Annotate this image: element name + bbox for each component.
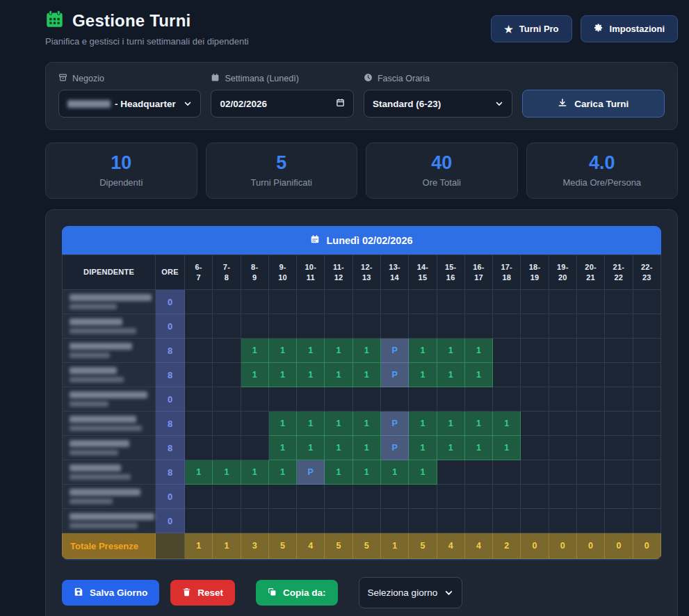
slot-cell-11-12[interactable]: 1 — [325, 460, 352, 485]
slot-cell-6-7[interactable] — [185, 363, 213, 387]
slot-cell-21-22[interactable] — [605, 290, 633, 314]
slot-cell-11-12[interactable]: 1 — [325, 412, 352, 436]
slot-cell-10-11[interactable] — [297, 314, 325, 339]
slot-cell-7-8[interactable] — [213, 339, 241, 363]
slot-cell-15-16[interactable] — [437, 509, 464, 533]
slot-cell-17-18[interactable] — [493, 485, 521, 509]
slot-cell-18-19[interactable] — [521, 412, 549, 436]
slot-cell-17-18[interactable] — [493, 363, 521, 387]
slot-cell-12-13[interactable] — [352, 387, 380, 412]
slot-cell-22-23[interactable] — [633, 436, 661, 460]
slot-cell-17-18[interactable] — [493, 339, 521, 363]
slot-cell-22-23[interactable] — [633, 460, 661, 485]
slot-cell-14-15[interactable]: 1 — [409, 363, 437, 387]
slot-cell-21-22[interactable] — [605, 436, 633, 460]
slot-cell-14-15[interactable]: 1 — [409, 436, 437, 460]
slot-cell-17-18[interactable] — [493, 314, 521, 339]
slot-cell-15-16[interactable] — [437, 314, 464, 339]
slot-cell-18-19[interactable] — [521, 339, 549, 363]
slot-cell-22-23[interactable] — [633, 387, 661, 412]
slot-cell-8-9[interactable]: 1 — [241, 363, 268, 387]
slot-cell-14-15[interactable]: 1 — [409, 412, 437, 436]
slot-cell-16-17[interactable] — [464, 460, 492, 485]
carica-turni-button[interactable]: Carica Turni — [522, 90, 665, 117]
slot-cell-20-21[interactable] — [576, 460, 604, 485]
slot-cell-17-18[interactable] — [493, 387, 521, 412]
slot-cell-8-9[interactable] — [241, 485, 268, 509]
slot-cell-8-9[interactable]: 1 — [241, 460, 268, 485]
slot-cell-13-14[interactable] — [380, 290, 408, 314]
slot-cell-21-22[interactable] — [605, 460, 633, 485]
slot-cell-6-7[interactable] — [185, 509, 213, 533]
slot-cell-7-8[interactable] — [213, 387, 241, 412]
slot-cell-12-13[interactable] — [352, 485, 380, 509]
slot-cell-18-19[interactable] — [521, 485, 549, 509]
slot-cell-12-13[interactable]: 1 — [352, 339, 380, 363]
slot-cell-20-21[interactable] — [576, 290, 604, 314]
slot-cell-12-13[interactable]: 1 — [352, 363, 380, 387]
slot-cell-21-22[interactable] — [605, 363, 633, 387]
slot-cell-11-12[interactable] — [325, 485, 352, 509]
slot-cell-19-20[interactable] — [549, 412, 576, 436]
slot-cell-22-23[interactable] — [633, 485, 661, 509]
date-picker-icon[interactable] — [336, 98, 345, 109]
slot-cell-20-21[interactable] — [576, 412, 604, 436]
slot-cell-17-18[interactable]: 1 — [493, 436, 521, 460]
slot-cell-15-16[interactable] — [437, 460, 464, 485]
slot-cell-19-20[interactable] — [549, 339, 576, 363]
slot-cell-8-9[interactable] — [241, 387, 268, 412]
slot-cell-21-22[interactable] — [605, 485, 633, 509]
slot-cell-10-11[interactable] — [297, 485, 325, 509]
slot-cell-13-14[interactable] — [380, 485, 408, 509]
slot-cell-17-18[interactable] — [493, 460, 521, 485]
fascia-select[interactable]: Standard (6-23) — [364, 90, 512, 117]
slot-cell-10-11[interactable] — [297, 509, 325, 533]
slot-cell-6-7[interactable] — [185, 412, 213, 436]
slot-cell-19-20[interactable] — [549, 509, 576, 533]
slot-cell-15-16[interactable]: 1 — [437, 339, 464, 363]
slot-cell-22-23[interactable] — [633, 412, 661, 436]
slot-cell-13-14[interactable] — [380, 387, 408, 412]
slot-cell-7-8[interactable] — [213, 485, 241, 509]
slot-cell-22-23[interactable] — [633, 509, 661, 533]
slot-cell-6-7[interactable]: 1 — [185, 460, 213, 485]
slot-cell-9-10[interactable] — [268, 387, 296, 412]
slot-cell-11-12[interactable] — [325, 290, 352, 314]
slot-cell-12-13[interactable]: 1 — [352, 460, 380, 485]
slot-cell-6-7[interactable] — [185, 314, 213, 339]
impostazioni-button[interactable]: Impostazioni — [581, 15, 678, 42]
slot-cell-10-11[interactable]: 1 — [297, 339, 325, 363]
slot-cell-9-10[interactable] — [268, 509, 296, 533]
slot-cell-6-7[interactable] — [185, 290, 213, 314]
reset-button[interactable]: Reset — [170, 580, 235, 606]
slot-cell-14-15[interactable] — [409, 509, 437, 533]
slot-cell-13-14[interactable] — [380, 509, 408, 533]
slot-cell-16-17[interactable]: 1 — [464, 363, 492, 387]
slot-cell-18-19[interactable] — [521, 387, 549, 412]
week-date-input[interactable]: 02/02/2026 — [211, 90, 353, 117]
slot-cell-18-19[interactable] — [521, 509, 549, 533]
slot-cell-8-9[interactable] — [241, 412, 268, 436]
slot-cell-9-10[interactable] — [268, 290, 296, 314]
slot-cell-16-17[interactable] — [464, 314, 492, 339]
slot-cell-10-11[interactable]: P — [297, 460, 325, 485]
slot-cell-21-22[interactable] — [605, 387, 633, 412]
slot-cell-16-17[interactable] — [464, 387, 492, 412]
slot-cell-19-20[interactable] — [549, 460, 576, 485]
slot-cell-9-10[interactable]: 1 — [268, 412, 296, 436]
slot-cell-21-22[interactable] — [605, 412, 633, 436]
slot-cell-9-10[interactable] — [268, 485, 296, 509]
slot-cell-8-9[interactable] — [241, 436, 268, 460]
slot-cell-19-20[interactable] — [549, 290, 576, 314]
slot-cell-13-14[interactable] — [380, 314, 408, 339]
slot-cell-11-12[interactable]: 1 — [325, 339, 352, 363]
slot-cell-19-20[interactable] — [549, 485, 576, 509]
slot-cell-11-12[interactable] — [325, 509, 352, 533]
slot-cell-15-16[interactable] — [437, 485, 464, 509]
slot-cell-12-13[interactable] — [352, 290, 380, 314]
slot-cell-21-22[interactable] — [605, 509, 633, 533]
slot-cell-12-13[interactable]: 1 — [352, 412, 380, 436]
slot-cell-20-21[interactable] — [576, 436, 604, 460]
slot-cell-21-22[interactable] — [605, 339, 633, 363]
slot-cell-21-22[interactable] — [605, 314, 633, 339]
